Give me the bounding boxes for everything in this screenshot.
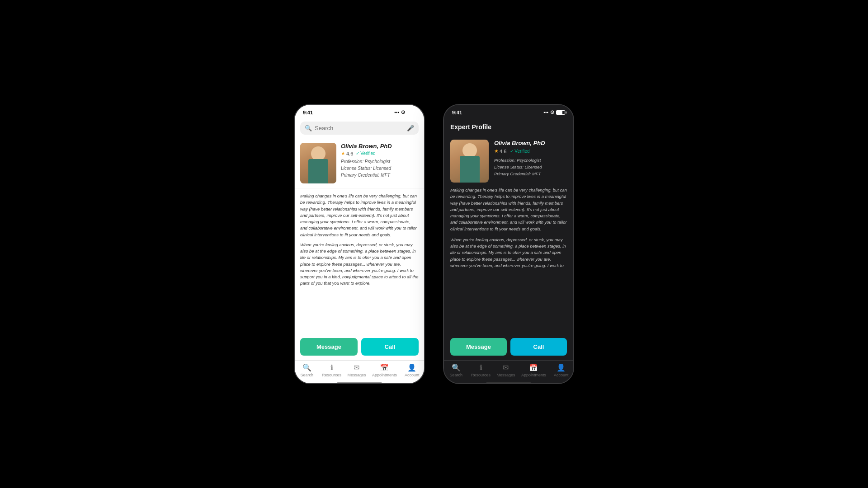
- action-buttons: Message Call: [295, 333, 424, 360]
- expert-meta: Profession: Psychologist License Status:…: [341, 158, 419, 178]
- nav-appointments-1[interactable]: 📅 Appointments: [372, 363, 397, 377]
- status-bar-2: 9:41 ▪▪▪ ⊙: [444, 105, 573, 118]
- bio-p1: Making changes in one's life can be very…: [300, 193, 419, 238]
- nav-messages-2[interactable]: ✉ Messages: [496, 363, 515, 377]
- profile-rating-row: ★ 4.6 ✓ Verified: [494, 148, 567, 154]
- nav-resources-1[interactable]: ℹ Resources: [322, 363, 341, 377]
- expert-rating: ★ 4.6 ✓ Verified: [341, 150, 419, 156]
- verified-badge: ✓ Verified: [356, 151, 375, 156]
- nav-messages-label-1: Messages: [347, 373, 366, 377]
- nav-account-1[interactable]: 👤 Account: [403, 363, 421, 377]
- messages-nav-icon-2: ✉: [503, 363, 509, 372]
- expert-name: Olivia Brown, PhD: [341, 143, 419, 150]
- message-button[interactable]: Message: [300, 338, 358, 356]
- status-time-2: 9:41: [452, 110, 462, 115]
- profile-title: Expert Profile: [450, 121, 567, 132]
- nav-resources-2[interactable]: ℹ Resources: [471, 363, 491, 377]
- profile-verified-label: Verified: [514, 149, 529, 154]
- call-button[interactable]: Call: [361, 338, 419, 356]
- status-icons-2: ▪▪▪ ⊙: [543, 109, 565, 115]
- profession-label: Profession: Psychologist: [341, 158, 419, 165]
- bio-p2: When you're feeling anxious, depressed, …: [300, 242, 419, 287]
- search-bar[interactable]: 🔍 🎤: [300, 122, 419, 135]
- profile-check-icon: ✓: [510, 149, 514, 154]
- search-input[interactable]: [315, 125, 404, 131]
- profile-meta: Profession: Psychologist License Status:…: [494, 157, 567, 178]
- mic-icon[interactable]: 🎤: [407, 125, 414, 131]
- profile-rating-value: 4.6: [500, 149, 506, 154]
- search-bar-container: 🔍 🎤: [295, 118, 424, 138]
- resources-nav-icon: ℹ: [330, 363, 333, 372]
- profile-profession: Profession: Psychologist: [494, 157, 567, 164]
- nav-search-label-1: Search: [300, 373, 313, 377]
- expert-card[interactable]: Olivia Brown, PhD ★ 4.6 ✓ Verified Profe…: [295, 138, 424, 188]
- phone-screen-2: 9:41 ▪▪▪ ⊙ Expert Profile Olivia Brown, …: [443, 104, 574, 384]
- profile-content: Olivia Brown, PhD ★ 4.6 ✓ Verified Profe…: [444, 135, 573, 383]
- search-icon: 🔍: [305, 125, 312, 131]
- battery-icon-2: [556, 110, 565, 115]
- rating-value: 4.6: [346, 151, 353, 156]
- nav-appointments-label-1: Appointments: [372, 373, 397, 377]
- profile-message-button[interactable]: Message: [450, 338, 507, 356]
- check-icon: ✓: [356, 151, 359, 156]
- profile-rating-stars: ★ 4.6: [494, 148, 506, 154]
- nav-resources-label-1: Resources: [322, 373, 341, 377]
- home-indicator-1: [295, 381, 424, 383]
- profile-info: Olivia Brown, PhD ★ 4.6 ✓ Verified Profe…: [494, 140, 567, 183]
- license-label: License Status: Licensed: [341, 165, 419, 172]
- search-nav-icon: 🔍: [302, 363, 311, 372]
- account-nav-icon-2: 👤: [557, 363, 566, 372]
- phone-screen-1: 9:41 ▪▪▪ ⊙ 🔍 🎤 Olivia Brow: [294, 104, 425, 384]
- nav-appointments-2[interactable]: 📅 Appointments: [521, 363, 546, 377]
- profile-credential: Primary Credential: MFT: [494, 170, 567, 177]
- profile-verified-badge: ✓ Verified: [510, 149, 529, 154]
- status-time-1: 9:41: [303, 110, 313, 115]
- bottom-nav-1: 🔍 Search ℹ Resources ✉ Messages 📅 Appoin…: [295, 360, 424, 381]
- bottom-nav-2: 🔍 Search ℹ Resources ✉ Messages 📅 Appoin…: [444, 360, 573, 381]
- nav-account-2[interactable]: 👤 Account: [552, 363, 570, 377]
- appointments-nav-icon-2: 📅: [529, 363, 538, 372]
- rating-stars: ★ 4.6: [341, 150, 353, 156]
- expert-photo-img: [300, 143, 336, 183]
- signal-icon-2: ▪▪▪: [543, 110, 548, 115]
- search-nav-icon-2: 🔍: [452, 363, 461, 372]
- home-bar-1: [337, 382, 382, 383]
- nav-messages-label-2: Messages: [496, 373, 515, 377]
- profile-bio-p1: Making changes in one's life can be very…: [450, 187, 567, 232]
- nav-search-1[interactable]: 🔍 Search: [298, 363, 316, 377]
- account-nav-icon: 👤: [407, 363, 416, 372]
- bio-text: Making changes in one's life can be very…: [295, 188, 424, 333]
- nav-messages-1[interactable]: ✉ Messages: [347, 363, 366, 377]
- wifi-icon-2: ⊙: [550, 109, 554, 115]
- expert-info: Olivia Brown, PhD ★ 4.6 ✓ Verified Profe…: [341, 143, 419, 183]
- nav-account-label-2: Account: [554, 373, 569, 377]
- nav-search-label-2: Search: [449, 373, 462, 377]
- resources-nav-icon-2: ℹ: [480, 363, 482, 372]
- nav-account-label-1: Account: [405, 373, 420, 377]
- expert-photo: [300, 143, 336, 183]
- home-indicator-2: [444, 381, 573, 383]
- profile-name: Olivia Brown, PhD: [494, 140, 567, 146]
- profile-photo: [450, 140, 489, 183]
- profile-star-icon: ★: [494, 148, 499, 154]
- profile-bio-p2: When you're feeling anxious, depressed, …: [450, 237, 567, 269]
- profile-action-buttons: Message Call: [444, 333, 573, 360]
- profile-expert-header: Olivia Brown, PhD ★ 4.6 ✓ Verified Profe…: [444, 135, 573, 187]
- home-bar-2: [486, 382, 531, 383]
- profile-call-button[interactable]: Call: [510, 338, 567, 356]
- verified-label: Verified: [360, 151, 375, 156]
- appointments-nav-icon: 📅: [380, 363, 389, 372]
- nav-appointments-label-2: Appointments: [521, 373, 546, 377]
- credential-label: Primary Credential: MFT: [341, 172, 419, 178]
- star-icon: ★: [341, 150, 345, 156]
- profile-photo-img: [450, 140, 489, 183]
- battery-icon: [407, 110, 416, 115]
- nav-search-2[interactable]: 🔍 Search: [447, 363, 465, 377]
- nav-resources-label-2: Resources: [471, 373, 491, 377]
- status-icons-1: ▪▪▪ ⊙: [394, 109, 416, 115]
- profile-bio: Making changes in one's life can be very…: [444, 187, 573, 333]
- wifi-icon: ⊙: [401, 109, 405, 115]
- profile-license: License Status: Licensed: [494, 164, 567, 170]
- signal-icon: ▪▪▪: [394, 110, 399, 115]
- profile-header-bar: Expert Profile: [444, 118, 573, 135]
